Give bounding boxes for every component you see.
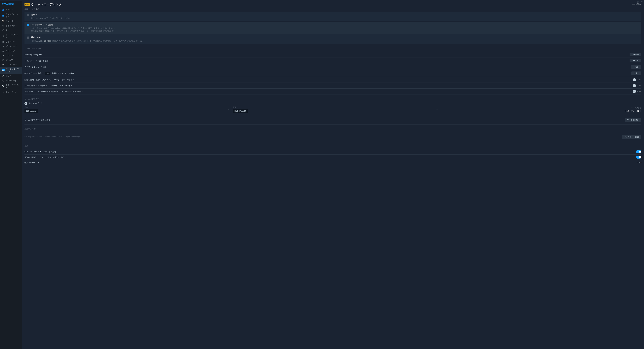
recording-header: 録画 <box>24 145 641 147</box>
radio-title: 録画オフ <box>31 13 639 16</box>
info-icon[interactable]: ⓘ <box>640 110 641 112</box>
maximize-button[interactable]: ▢ <box>637 1 639 3</box>
change-folder-button[interactable]: フォルダーを変更 <box>622 135 641 139</box>
share-icon: ◈ <box>638 90 641 93</box>
friends-chat-icon: 👥 <box>2 14 4 16</box>
shortcuts-header: ショートカットキー <box>24 47 641 50</box>
library-icon: ▦ <box>2 41 4 43</box>
disk-value: 10.8 - 34.2 GB <box>624 110 639 112</box>
storage-icon: ☰ <box>2 50 4 52</box>
controller-combo[interactable]: △○ + ◈ <box>633 84 641 87</box>
cloud-icon: ☁ <box>2 54 4 57</box>
equals-icon: = <box>436 108 438 111</box>
shortcut-binding[interactable]: F12 <box>631 65 641 69</box>
clip-seconds-label: ゲームプレイの最後の 秒間をクリップとして保存 <box>24 72 74 75</box>
sidebar-item-label: Remote Play <box>6 80 16 82</box>
sidebar-item-account[interactable]: 👤アカウント <box>0 8 22 12</box>
sidebar-item-remote-play[interactable]: ▢Remote Play <box>0 78 22 83</box>
game-specific-header: ゲーム固有の設定 <box>24 98 641 100</box>
all-games-label: すべてのゲーム <box>28 102 42 105</box>
radio-background-record[interactable]: バックグラウンドで録画 プレイを開始するとSteamが自動的に録画を開始するので… <box>24 22 641 34</box>
ps-icon: △○ <box>633 78 636 81</box>
sidebar-item-voice[interactable]: 🎤ボイス <box>0 74 22 78</box>
controller-combo[interactable]: △○ + ◈ <box>633 90 641 93</box>
sidebar-item-label: フレンド＆チャット <box>6 13 20 18</box>
family-icon: 👪 <box>2 20 4 22</box>
record-mode-group: 録画オフ Steamはあなたのゲームプレイを録画しません。 バックグラウンドで録… <box>24 12 641 44</box>
sidebar-item-label: 通知 <box>6 29 10 32</box>
folder-header: 録画フォルダー <box>24 128 641 130</box>
max-fps-label: 最大フレームレート <box>24 162 41 164</box>
sidebar-item-library[interactable]: ▦ライブラリ <box>0 40 22 44</box>
quality-value[interactable]: High (Default) <box>233 109 248 112</box>
learn-more-link[interactable]: Learn More <box>632 3 641 5</box>
radio-manual-record[interactable]: 手動で録画 <1>Steam は、Ctrl+F11を押した後にのみ動画を録画しま… <box>24 34 641 44</box>
music-icon: ♪ <box>2 91 4 93</box>
shortcut-binding[interactable]: Ctrl+F12 <box>630 59 642 62</box>
record-mode-label: 録画モードを選択： <box>24 8 641 10</box>
sidebar-item-label: ゲーム中 <box>6 59 13 61</box>
sidebar-item-label: ストレージ <box>6 50 15 52</box>
sidebar-item-security[interactable]: 🛡セキュリティ <box>0 24 22 28</box>
sidebar-item-cloud[interactable]: ☁クラウド <box>0 53 22 58</box>
shortcut-binding[interactable]: Ctrl+F11 <box>630 53 642 56</box>
notifications-icon: ⓘ <box>2 29 4 32</box>
sidebar-item-label: ライブラリ <box>6 40 15 43</box>
clip-seconds-input[interactable] <box>44 72 50 75</box>
sidebar-item-label: インターフェイス <box>6 34 20 38</box>
sidebar-item-broadcast[interactable]: 📡ブロードキャスト <box>0 83 22 90</box>
sidebar-item-notifications[interactable]: ⓘ通知 <box>0 28 22 32</box>
sidebar-item-music[interactable]: ♪ミュージック <box>0 90 22 94</box>
new-badge: NEW <box>24 3 30 6</box>
close-button[interactable]: ✕ <box>641 1 643 3</box>
sidebar-item-label: セキュリティ <box>6 24 17 27</box>
sidebar-item-label: ブロードキャスト <box>6 84 20 89</box>
sidebar-item-label: ボイス <box>6 75 11 77</box>
hevc-toggle[interactable] <box>636 156 641 158</box>
add-game-button[interactable]: ゲームを追加 ▾ <box>625 118 641 122</box>
share-icon: ◈ <box>638 78 641 81</box>
sidebar-item-storage[interactable]: ☰ストレージ <box>0 49 22 53</box>
sidebar-item-downloads[interactable]: ⬇ダウンロード <box>0 44 22 49</box>
game-recording-icon: REC <box>2 69 5 71</box>
length-label: 長さ <box>24 106 225 108</box>
controller-icon: 🎮 <box>2 64 4 66</box>
ps-icon: △○ <box>633 90 636 93</box>
gpu-encode-toggle[interactable] <box>636 150 641 153</box>
sidebar-item-label: ファミリー <box>6 20 15 22</box>
controller-combo[interactable]: △○ + ◈ <box>633 78 641 81</box>
chevron-down-icon: ▾ <box>639 119 640 121</box>
controller-shortcut-label: タイムラインマーカーを追加するためのコントローラショートカット： <box>24 90 84 93</box>
gpu-encode-label: GPUハードウェアエンコードを有効化 <box>24 150 56 153</box>
folder-path: C:\Program Files (x86)\Steam\userdata\92… <box>24 134 80 140</box>
page-title: ゲームレコーディング <box>31 2 62 6</box>
radio-title: バックグラウンドで録画 <box>31 23 639 26</box>
max-fps-dropdown[interactable]: 60 ▾ <box>638 162 641 164</box>
clip-settings-button[interactable]: 設定... <box>632 72 641 75</box>
plus-icon: + <box>636 79 638 81</box>
steam-icon: ◉ <box>24 102 27 105</box>
add-game-label: ゲーム固有の設定をここに追加 <box>24 119 50 121</box>
sidebar-item-controller[interactable]: 🎮コントローラ <box>0 62 22 67</box>
radio-desc: プレイを開始するとSteamが自動的に録画を開始するので、予期せぬ瞬間を見逃すこ… <box>31 27 639 32</box>
sidebar-item-game-recording[interactable]: RECゲームレコーディング <box>0 67 22 74</box>
sidebar-item-family[interactable]: 👪ファミリー <box>0 19 22 24</box>
sidebar-item-label: コントローラ <box>6 63 17 66</box>
radio-desc: Steamはあなたのゲームプレイを録画しません。 <box>31 17 639 20</box>
broadcast-icon: 📡 <box>2 85 4 88</box>
sidebar-item-in-game[interactable]: ▢ゲーム中 <box>0 58 22 62</box>
minimize-button[interactable]: ─ <box>633 1 636 3</box>
length-value[interactable]: 120 Minutes <box>24 109 38 112</box>
hevc-label: HEVC（H.265）ビデオコーデックを有効にする <box>24 156 64 158</box>
sidebar-item-friends-chat[interactable]: 👥フレンド＆チャット <box>0 12 22 19</box>
radio-record-off[interactable]: 録画オフ Steamはあなたのゲームプレイを録画しません。 <box>24 12 641 21</box>
sidebar-item-interface[interactable]: 🖥インターフェイス <box>0 32 22 40</box>
shortcut-label: スクリーンショットを撮影 <box>24 66 47 68</box>
security-icon: 🛡 <box>2 25 4 27</box>
voice-icon: 🎤 <box>2 75 4 77</box>
controller-shortcut-label: 録画を開始／停止するためのコントローラショートカット： <box>24 78 74 81</box>
radio-icon <box>27 14 29 16</box>
multiply-icon: × <box>228 108 230 111</box>
plus-icon: + <box>636 90 638 92</box>
disk-label: ディスク容量 <box>631 107 641 109</box>
